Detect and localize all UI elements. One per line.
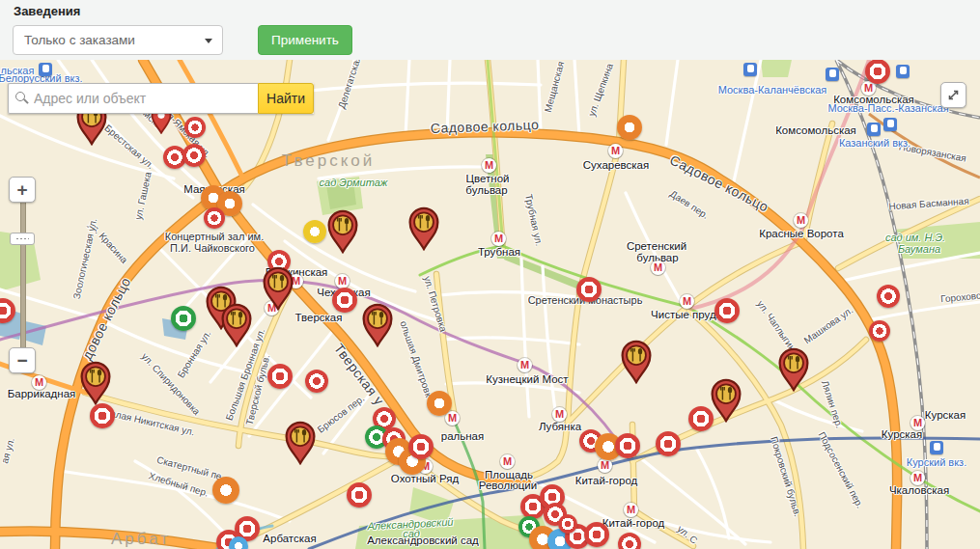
map-label: Концертный зал им.	[165, 231, 264, 242]
metro-station-icon: М	[910, 471, 925, 485]
apply-button[interactable]: Применить	[258, 25, 352, 55]
map-label: Охотный Ряд	[391, 473, 459, 484]
restaurant-pin-marker[interactable]	[219, 302, 254, 347]
target-red-marker[interactable]	[204, 207, 225, 229]
metro-station-icon: М	[335, 274, 350, 288]
map-label: ральная	[441, 430, 484, 442]
map-label: Москва-Каланчёвская	[718, 84, 827, 96]
slider-grip-icon	[15, 237, 29, 240]
map-label: Комсомольская	[775, 124, 856, 136]
target-red-marker[interactable]	[865, 59, 890, 84]
venue-filter-select[interactable]: Только с заказами	[13, 25, 223, 55]
map-label: Арбатская	[263, 533, 316, 544]
donut-orange-marker[interactable]	[212, 477, 239, 504]
map-label: Трубная	[478, 246, 520, 258]
metro-station-icon: М	[32, 375, 46, 390]
top-panel: Заведения Только с заказами Применить	[0, 0, 980, 60]
search-icon	[15, 92, 25, 101]
target-green-marker[interactable]	[171, 306, 196, 331]
restaurant-pin-marker[interactable]	[360, 302, 395, 347]
map-label: Красные Ворота	[759, 228, 844, 239]
target-red-marker[interactable]	[305, 370, 328, 393]
find-button[interactable]: Найти	[258, 83, 314, 114]
map-label: П.И. Чайковского	[170, 242, 255, 254]
restaurant-pin-marker[interactable]	[406, 206, 441, 251]
target-red-marker[interactable]	[90, 403, 115, 428]
map-label: Курский вкз.	[907, 456, 966, 468]
search-input[interactable]	[8, 83, 258, 114]
metro-station-icon: М	[608, 144, 623, 158]
target-red-marker[interactable]	[182, 144, 206, 167]
map-label: Революции	[479, 480, 537, 491]
train-station-icon	[39, 63, 52, 76]
target-red-marker[interactable]	[656, 431, 681, 456]
chevron-down-icon	[205, 39, 212, 43]
train-station-icon	[896, 65, 910, 78]
metro-station-icon: М	[680, 294, 694, 309]
restaurant-pin-marker[interactable]	[78, 360, 113, 405]
target-red-marker[interactable]	[615, 433, 640, 458]
map-label: сад Эрмитаж	[320, 177, 388, 188]
donut-orange-marker[interactable]	[617, 115, 642, 140]
map-label: Китай-город	[575, 475, 638, 486]
metro-station-icon: М	[491, 232, 506, 246]
map-label: Александровский сад	[367, 535, 479, 546]
zoom-slider-track[interactable]	[20, 202, 26, 348]
map-search-form: Найти	[8, 83, 314, 114]
metro-station-icon: М	[445, 411, 460, 425]
restaurant-pin-marker[interactable]	[325, 208, 360, 254]
metro-station-icon: М	[651, 261, 665, 275]
map-label: Лубянка	[539, 421, 581, 432]
map-label: Баумана	[898, 243, 940, 255]
metro-station-icon: М	[482, 158, 496, 173]
target-red-marker[interactable]	[408, 434, 434, 459]
zoom-slider-handle[interactable]	[10, 233, 35, 245]
target-red-marker[interactable]	[714, 298, 740, 323]
map-label: Москва-Пасс.-Казанская	[827, 102, 948, 114]
target-red-marker[interactable]	[332, 288, 357, 313]
metro-station-icon: М	[910, 416, 925, 430]
target-red-marker[interactable]	[347, 482, 372, 508]
target-red-marker[interactable]	[576, 277, 602, 302]
map-label: Китай-город	[602, 517, 665, 529]
map-label: Тверской	[282, 151, 375, 171]
map-label: Баррикадная	[8, 388, 76, 399]
train-station-icon	[883, 118, 897, 131]
target-red-marker[interactable]	[584, 522, 609, 547]
metro-station-icon: М	[552, 407, 567, 422]
target-red-marker[interactable]	[558, 514, 577, 534]
restaurant-pin-marker[interactable]	[261, 265, 295, 311]
train-station-icon	[867, 123, 881, 136]
map-label: Чистые пруды	[651, 309, 724, 320]
restaurant-pin-marker[interactable]	[709, 377, 743, 423]
metro-station-icon: М	[598, 458, 612, 473]
target-red-marker[interactable]	[267, 364, 293, 389]
donut-orange-marker[interactable]	[427, 391, 452, 416]
map-label: Кузнецкий Мост	[486, 373, 568, 385]
venue-filter-value: Только с заказами	[24, 26, 135, 54]
restaurant-pin-marker[interactable]	[619, 339, 654, 384]
zoom-out-button[interactable]: −	[9, 347, 36, 373]
train-station-icon	[826, 68, 839, 81]
donut-blue-marker[interactable]	[229, 536, 248, 549]
target-red-marker[interactable]	[184, 117, 206, 138]
restaurant-pin-marker[interactable]	[776, 346, 811, 392]
train-station-icon	[743, 63, 757, 76]
zoom-in-button[interactable]: +	[9, 177, 36, 203]
map-label: Сретенский	[627, 240, 686, 252]
map-label: Тверская	[295, 312, 343, 323]
target-red-marker[interactable]	[618, 533, 641, 549]
metro-station-icon: М	[500, 454, 515, 469]
target-red-marker[interactable]	[877, 285, 900, 308]
metro-station-icon: М	[518, 358, 532, 372]
map-label: Цветной	[466, 173, 510, 184]
page-title: Заведения	[14, 4, 80, 18]
donut-yellow-marker[interactable]	[303, 220, 326, 243]
restaurant-pin-marker[interactable]	[283, 420, 318, 465]
train-station-icon	[930, 441, 943, 454]
fullscreen-button[interactable]	[940, 82, 966, 108]
expand-arrows-icon	[946, 88, 961, 102]
map-label: Курская	[925, 409, 966, 421]
map-label: Сухаревская	[583, 159, 650, 171]
target-red-marker[interactable]	[869, 320, 890, 342]
